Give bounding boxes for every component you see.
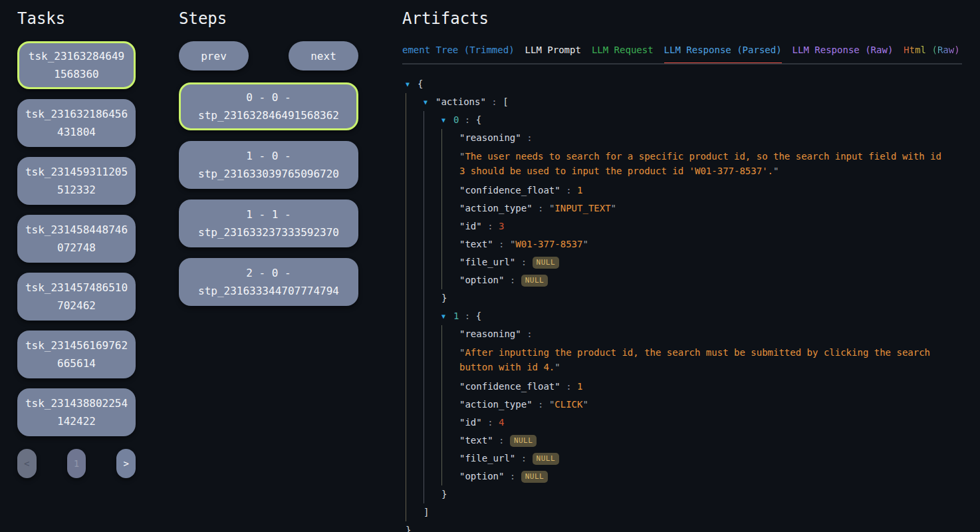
json-segment: After inputting the product id, the sear… — [459, 347, 930, 372]
task-button-5[interactable]: tsk_231456169762665614 — [17, 331, 136, 378]
task-button-4[interactable]: tsk_231457486510702462 — [17, 273, 136, 321]
json-segment: : — [486, 96, 503, 107]
indent-guide — [441, 271, 459, 289]
indent-guide — [441, 396, 459, 414]
indent-guide — [441, 235, 459, 253]
indent-guide — [441, 467, 459, 485]
step-button-0[interactable]: 0 - 0 - stp_231632846491568362 — [179, 82, 358, 130]
json-row-content: ] — [424, 503, 962, 521]
json-segment: "actions" — [435, 96, 486, 107]
json-row-19: "file_url" : NULL — [406, 450, 962, 467]
artifacts-tab-2[interactable]: LLM Request — [592, 45, 654, 55]
steps-next-button[interactable]: next — [289, 41, 358, 70]
indent-guide — [406, 396, 424, 414]
json-segment: "confidence_float" — [459, 381, 560, 392]
artifacts-tab-4[interactable]: LLM Response (Raw) — [793, 45, 894, 55]
indent-guide — [406, 289, 424, 307]
indent-guide — [424, 129, 441, 147]
step-button-2[interactable]: 1 - 1 - stp_231633237333592370 — [179, 200, 358, 247]
json-row-content: "option" : NULL — [459, 271, 962, 289]
json-row-4: "The user needs to search for a specific… — [406, 147, 962, 182]
indent-guide — [424, 432, 441, 450]
tasks-title: Tasks — [17, 9, 136, 29]
json-row-17: "id" : 4 — [406, 414, 962, 432]
task-button-0[interactable]: tsk_231632846491568360 — [17, 41, 136, 89]
json-segment: : — [504, 275, 521, 285]
pagination-prev-button[interactable]: < — [17, 449, 37, 478]
steps-prev-button[interactable]: prev — [179, 41, 249, 70]
steps-title: Steps — [179, 9, 358, 29]
json-segment: { — [476, 114, 481, 125]
collapse-toggle-icon[interactable]: ▼ — [441, 307, 453, 325]
json-row-21: } — [406, 485, 962, 503]
collapse-toggle-icon[interactable]: ▼ — [441, 111, 453, 129]
pagination-page-1-button[interactable]: 1 — [67, 449, 86, 478]
task-list: tsk_231632846491568360tsk_23163218645643… — [17, 41, 136, 436]
step-button-3[interactable]: 2 - 0 - stp_231633344707774794 — [179, 258, 358, 306]
indent-guide — [424, 253, 441, 271]
indent-guide — [406, 503, 424, 521]
json-row-content: "id" : 4 — [459, 414, 962, 432]
indent-guide — [424, 111, 441, 129]
null-badge: NULL — [521, 471, 549, 483]
indent-guide — [406, 485, 424, 503]
json-row-content: } — [441, 485, 962, 503]
json-segment: } — [441, 293, 447, 303]
steps-nav: prev next — [179, 41, 358, 70]
collapse-toggle-icon[interactable]: ▼ — [406, 75, 418, 93]
collapse-toggle-icon[interactable]: ▼ — [424, 93, 435, 111]
json-segment: "confidence_float" — [459, 185, 560, 196]
indent-guide — [441, 217, 459, 235]
indent-guide — [406, 111, 424, 129]
artifacts-panel: Artifacts ement Tree (Trimmed)LLM Prompt… — [402, 0, 962, 532]
json-row-content: "confidence_float" : 1 — [459, 182, 962, 200]
json-segment: "option" — [459, 275, 504, 285]
step-button-1[interactable]: 1 - 0 - stp_231633039765096720 — [179, 141, 358, 189]
json-segment: "reasoning" — [459, 132, 521, 143]
json-segment: "text" — [459, 435, 493, 446]
json-segment: : — [482, 221, 499, 231]
json-row-10: "option" : NULL — [406, 271, 962, 289]
json-row-content: "reasoning" : — [459, 129, 962, 147]
indent-guide — [441, 253, 459, 271]
tasks-panel: Tasks tsk_231632846491568360tsk_23163218… — [17, 0, 136, 478]
artifacts-tab-1[interactable]: LLM Prompt — [525, 45, 581, 55]
json-row-content: "id" : 3 — [459, 217, 962, 235]
indent-guide — [424, 414, 441, 432]
pagination-next-button[interactable]: > — [116, 449, 136, 478]
indent-guide — [406, 307, 424, 325]
json-segment: : — [533, 399, 549, 410]
json-segment: : — [482, 417, 499, 428]
task-button-1[interactable]: tsk_231632186456431804 — [17, 99, 136, 147]
task-button-6[interactable]: tsk_231438802254142422 — [17, 388, 136, 436]
task-button-2[interactable]: tsk_231459311205512332 — [17, 157, 136, 205]
json-segment: : — [515, 257, 532, 267]
json-row-content: } — [406, 521, 962, 532]
json-row-3: "reasoning" : — [406, 129, 962, 147]
json-row-18: "text" : NULL — [406, 432, 962, 450]
indent-guide — [424, 217, 441, 235]
json-row-13: "reasoning" : — [406, 325, 962, 343]
task-button-3[interactable]: tsk_231458448746072748 — [17, 215, 136, 263]
artifacts-tab-0[interactable]: ement Tree (Trimmed) — [402, 45, 515, 55]
indent-guide — [424, 200, 441, 217]
indent-guide — [406, 378, 424, 396]
json-segment: "reasoning" — [459, 329, 521, 339]
indent-guide — [406, 235, 424, 253]
artifacts-tab-3[interactable]: LLM Response (Parsed) — [664, 45, 782, 55]
indent-guide — [406, 253, 424, 271]
step-list: 0 - 0 - stp_2316328464915683621 - 0 - st… — [179, 82, 358, 306]
json-row-content: "action_type" : "CLICK" — [459, 396, 962, 414]
json-segment: "text" — [459, 239, 493, 249]
artifacts-tab-5[interactable]: Html (Raw) — [904, 45, 959, 55]
indent-guide — [441, 450, 459, 467]
json-segment: "action_type" — [459, 203, 533, 213]
indent-guide — [406, 129, 424, 147]
json-row-content: "actions" : [ — [435, 93, 962, 111]
json-segment: "file_url" — [459, 453, 515, 464]
null-badge: NULL — [521, 275, 549, 287]
json-segment: W01-377-8537 — [515, 239, 582, 249]
indent-guide — [406, 147, 424, 182]
json-segment: " — [773, 166, 779, 176]
json-string-value: "The user needs to search for a specific… — [459, 147, 941, 182]
